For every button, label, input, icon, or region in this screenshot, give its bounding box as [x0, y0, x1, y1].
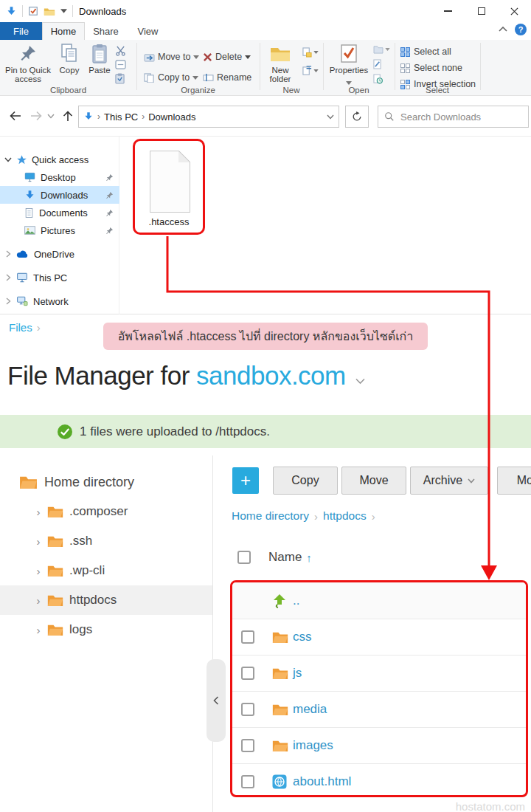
edit-button[interactable] [373, 58, 390, 70]
row-checkbox[interactable] [241, 667, 254, 680]
list-item-images[interactable]: images [232, 727, 526, 763]
move-to-button[interactable]: Move to [144, 50, 199, 63]
customize-toolbar-chevron-icon[interactable] [60, 9, 67, 13]
recent-locations-chevron-icon[interactable] [47, 114, 55, 119]
new-folder-button[interactable]: New folder [261, 42, 299, 83]
select-all-checkbox[interactable] [237, 551, 251, 564]
archive-toolbar-button[interactable]: Archive [410, 467, 488, 495]
new-item-icon [302, 47, 312, 58]
breadcrumb-home-directory[interactable]: Home directory [232, 509, 309, 523]
pin-icon[interactable] [105, 209, 114, 217]
pin-to-quick-access-button[interactable]: Pin to Quick access [4, 42, 52, 83]
delete-button[interactable]: Delete [203, 50, 251, 63]
tab-share[interactable]: Share [85, 22, 127, 40]
collapse-tree-handle[interactable] [206, 659, 226, 742]
pin-icon[interactable] [105, 191, 114, 199]
properties-quick-icon[interactable] [28, 6, 38, 16]
minimize-ribbon-chevron-icon[interactable] [499, 27, 507, 32]
chevron-right-icon[interactable]: › [34, 535, 43, 548]
paste-button[interactable]: Paste [86, 42, 114, 75]
list-item-media[interactable]: media [232, 691, 526, 727]
properties-button[interactable]: Properties [327, 42, 370, 88]
cut-button[interactable] [115, 44, 126, 56]
address-crumb-this-pc[interactable]: This PC [104, 111, 138, 123]
sidebar-item-onedrive[interactable]: OneDrive [0, 245, 119, 263]
history-button[interactable] [373, 73, 390, 85]
row-checkbox[interactable] [241, 703, 254, 716]
tree-item-wp-cli[interactable]: › .wp-cli [0, 556, 212, 585]
tree-item-home-directory[interactable]: Home directory [0, 469, 212, 495]
more-toolbar-button[interactable]: More [497, 467, 531, 495]
sidebar-item-quick-access[interactable]: Quick access [0, 151, 119, 168]
tree-item-ssh[interactable]: › .ssh [0, 526, 212, 556]
address-dropdown-chevron-icon[interactable] [327, 114, 334, 120]
page-fold-corner [178, 151, 190, 162]
search-box[interactable] [378, 106, 529, 128]
refresh-button[interactable] [345, 106, 369, 128]
copy-to-button[interactable]: Copy to [144, 71, 198, 84]
sidebar-item-pictures[interactable]: Pictures [0, 221, 119, 239]
sidebar-item-desktop[interactable]: Desktop [0, 168, 119, 186]
chevron-right-icon[interactable]: › [34, 624, 43, 636]
back-button[interactable] [9, 110, 22, 122]
pin-icon[interactable] [105, 173, 114, 182]
chevron-collapsed-icon[interactable] [6, 297, 11, 305]
chevron-expanded-icon[interactable] [4, 157, 12, 162]
tab-view[interactable]: View [127, 22, 169, 40]
add-new-button[interactable]: + [232, 467, 259, 494]
new-item-button[interactable] [302, 47, 319, 58]
row-checkbox[interactable] [241, 739, 254, 752]
open-button[interactable] [373, 44, 390, 55]
maximize-button[interactable] [465, 0, 498, 22]
tree-item-httpdocs[interactable]: › httpdocs [0, 585, 212, 615]
address-crumb-downloads[interactable]: Downloads [148, 111, 195, 123]
easy-access-button[interactable] [302, 65, 319, 77]
copy-button[interactable]: Copy [55, 42, 84, 75]
row-checkbox[interactable] [241, 775, 254, 788]
scissors-icon [115, 45, 126, 56]
list-item-parent-dir[interactable]: .. [232, 582, 526, 619]
select-all-button[interactable]: Select all [400, 46, 451, 58]
tree-item-logs[interactable]: › logs [0, 615, 212, 644]
list-item-about-html[interactable]: about.html [232, 763, 526, 797]
sidebar-item-network[interactable]: Network [0, 292, 119, 310]
tab-home[interactable]: Home [42, 22, 85, 40]
copy-toolbar-button[interactable]: Copy [273, 467, 338, 495]
domain-selector[interactable]: sandbox.com [196, 361, 346, 390]
search-input[interactable] [400, 111, 530, 123]
select-none-button[interactable]: Select none [400, 62, 462, 74]
paste-shortcut-icon [115, 73, 125, 84]
chevron-right-icon: › [142, 111, 145, 122]
chevron-right-icon[interactable]: › [34, 506, 43, 518]
sidebar-item-downloads[interactable]: Downloads [0, 186, 119, 204]
sidebar-item-this-pc[interactable]: This PC [0, 269, 119, 286]
list-item-css[interactable]: css [232, 619, 526, 655]
minimize-button[interactable] [431, 0, 465, 22]
list-item-js[interactable]: js [232, 655, 526, 691]
chevron-right-icon[interactable]: › [34, 565, 43, 577]
sidebar-item-documents[interactable]: Documents [0, 204, 119, 221]
name-column-header[interactable]: Name [268, 550, 302, 565]
tree-item-composer[interactable]: › .composer [0, 497, 212, 526]
breadcrumb-httpdocs[interactable]: httpdocs [323, 509, 367, 523]
chevron-collapsed-icon[interactable] [6, 274, 11, 281]
breadcrumb-files[interactable]: Files › [9, 321, 41, 334]
copy-path-button[interactable] [115, 58, 126, 70]
htaccess-file-tile[interactable]: .htaccess [133, 139, 205, 235]
help-icon[interactable]: ? [515, 24, 527, 35]
row-checkbox[interactable] [241, 630, 254, 644]
paste-shortcut-button[interactable] [115, 72, 126, 84]
up-button[interactable] [62, 110, 74, 123]
address-box[interactable]: › This PC › Downloads [78, 106, 339, 128]
new-folder-quick-icon[interactable] [44, 7, 55, 16]
window-controls [431, 0, 531, 22]
chevron-right-icon[interactable]: › [34, 594, 43, 607]
forward-button[interactable] [30, 110, 43, 122]
tab-file[interactable]: File [0, 22, 42, 40]
move-toolbar-button[interactable]: Move [341, 467, 406, 495]
rename-button[interactable]: Rename [203, 71, 251, 84]
sort-ascending-icon[interactable]: ↑ [306, 551, 312, 564]
close-button[interactable] [498, 0, 531, 22]
chevron-collapsed-icon[interactable] [6, 250, 11, 258]
pin-icon[interactable] [105, 227, 114, 235]
